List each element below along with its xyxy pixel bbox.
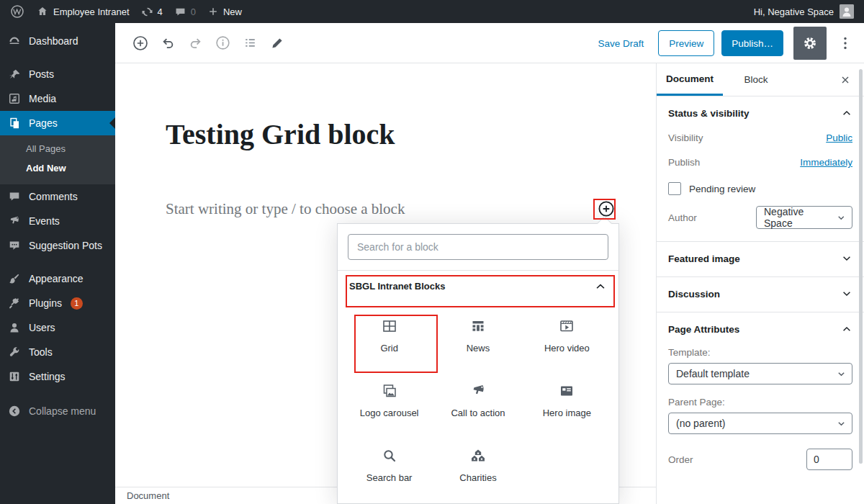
- panel-discussion-header[interactable]: Discussion: [668, 288, 852, 300]
- sidebar-item-comments[interactable]: Comments: [0, 184, 115, 209]
- more-tools-button[interactable]: [835, 32, 855, 54]
- visibility-value-link[interactable]: Public: [826, 132, 852, 143]
- sidebar-item-posts[interactable]: Posts: [0, 62, 115, 86]
- sidebar-item-media[interactable]: Media: [0, 86, 115, 111]
- panel-status-header[interactable]: Status & visibility: [668, 107, 852, 119]
- block-category-sbgl[interactable]: SBGL Intranet Blocks: [338, 270, 618, 302]
- sidebar-item-label: Media: [29, 93, 56, 104]
- author-select[interactable]: Negative Space: [756, 206, 852, 229]
- user-greeting[interactable]: Hi, Negative Space: [754, 6, 834, 17]
- panel-title: Featured image: [668, 253, 740, 264]
- tab-block[interactable]: Block: [723, 63, 789, 96]
- publish-button[interactable]: Publish…: [721, 30, 783, 56]
- sidebar-item-pages[interactable]: Pages: [0, 111, 115, 135]
- sidebar-item-appearance[interactable]: Appearance: [0, 266, 115, 291]
- panel-title: Page Attributes: [668, 324, 739, 335]
- panel-page-attributes-header[interactable]: Page Attributes: [668, 323, 852, 335]
- template-select[interactable]: Default template: [668, 363, 852, 384]
- sidebar-subitem-all-pages[interactable]: All Pages: [0, 139, 115, 158]
- sliders-icon: [7, 370, 22, 383]
- comments-bubble-icon: [174, 6, 186, 18]
- admin-sidebar: Dashboard Posts Media Pages All Pages Ad…: [0, 23, 115, 504]
- sidebar-item-dashboard[interactable]: Dashboard: [0, 29, 115, 53]
- avatar[interactable]: [840, 4, 854, 19]
- block-inserter-popup: SBGL Intranet Blocks Grid News: [337, 223, 619, 504]
- plus-icon: [207, 6, 219, 17]
- block-option-logo-carousel[interactable]: Logo carousel: [345, 368, 433, 433]
- block-option-grid[interactable]: Grid: [345, 303, 433, 368]
- admin-bar-comments[interactable]: 0: [174, 6, 196, 18]
- settings-sidebar: Document Block Status & visibility Visib…: [656, 63, 864, 504]
- block-option-call-to-action[interactable]: Call to action: [433, 368, 522, 433]
- plug-icon: [7, 297, 22, 310]
- author-value: Negative Space: [764, 206, 832, 229]
- publish-label: Publish: [668, 157, 700, 168]
- edit-mode-button[interactable]: [270, 36, 284, 50]
- sidebar-subitem-add-new[interactable]: Add New: [0, 158, 115, 178]
- menu-separator: [0, 258, 115, 266]
- hero-image-block-icon: [558, 382, 575, 400]
- admin-bar-new[interactable]: New: [207, 6, 242, 17]
- chevron-down-icon: [841, 253, 852, 264]
- chevron-down-icon: [837, 370, 845, 378]
- sidebar-item-collapse-menu[interactable]: Collapse menu: [0, 399, 115, 423]
- tab-document[interactable]: Document: [657, 63, 723, 96]
- breadcrumb[interactable]: Document: [127, 490, 169, 501]
- block-option-charities[interactable]: Charities: [433, 433, 522, 498]
- chevron-down-icon: [837, 420, 845, 428]
- post-title-field[interactable]: Testing Grid block: [166, 118, 605, 151]
- preview-button[interactable]: Preview: [658, 30, 714, 56]
- author-label: Author: [668, 212, 697, 223]
- sidebar-item-label: Users: [29, 322, 55, 333]
- wordpress-logo-icon[interactable]: [10, 4, 24, 19]
- empty-paragraph-block[interactable]: Start writing or type / to choose a bloc…: [166, 200, 605, 218]
- order-input[interactable]: [806, 449, 852, 470]
- admin-bar-updates[interactable]: 4: [141, 6, 163, 18]
- close-sidebar-button[interactable]: [834, 63, 857, 96]
- sidebar-item-tools[interactable]: Tools: [0, 340, 115, 364]
- order-label: Order: [668, 454, 693, 465]
- block-inserter-toggle[interactable]: [132, 35, 148, 51]
- block-search-input[interactable]: [348, 234, 608, 260]
- pending-review-checkbox[interactable]: [668, 182, 681, 195]
- redo-button[interactable]: [188, 35, 203, 50]
- publish-value-link[interactable]: Immediately: [800, 157, 852, 168]
- list-view-icon: [243, 35, 258, 50]
- undo-button[interactable]: [161, 35, 176, 50]
- sidebar-item-plugins[interactable]: Plugins 1: [0, 291, 115, 315]
- chevron-down-icon: [837, 214, 845, 222]
- sidebar-item-settings[interactable]: Settings: [0, 364, 115, 389]
- block-option-hero-video[interactable]: Hero video: [523, 303, 611, 368]
- settings-toggle-button[interactable]: [793, 27, 827, 60]
- circled-plus-icon: [598, 200, 615, 217]
- block-option-search-bar[interactable]: Search bar: [345, 433, 433, 498]
- chat-dots-icon: [7, 239, 22, 252]
- sidebar-item-users[interactable]: Users: [0, 315, 115, 340]
- content-structure-button[interactable]: [215, 35, 230, 50]
- comments-icon: [7, 190, 22, 203]
- pencil-icon: [270, 36, 284, 50]
- panel-discussion: Discussion: [657, 277, 864, 312]
- plugins-update-badge: 1: [71, 297, 83, 310]
- search-bar-block-icon: [381, 447, 398, 464]
- sidebar-item-events[interactable]: Events: [0, 209, 115, 233]
- sidebar-scrollbar[interactable]: [859, 69, 863, 464]
- paragraph-placeholder[interactable]: Start writing or type / to choose a bloc…: [166, 200, 405, 218]
- sidebar-item-suggestion-pots[interactable]: Suggestion Pots: [0, 233, 115, 258]
- save-draft-button[interactable]: Save Draft: [598, 38, 644, 49]
- admin-bar-site-link[interactable]: Employee Intranet: [36, 5, 130, 18]
- pages-icon: [7, 117, 22, 130]
- sidebar-item-label: Settings: [29, 371, 66, 382]
- block-option-news[interactable]: News: [433, 303, 522, 368]
- block-option-hero-image[interactable]: Hero image: [523, 368, 611, 433]
- add-block-button[interactable]: [598, 200, 615, 217]
- hero-video-block-icon: [558, 318, 575, 335]
- sidebar-item-label: Plugins: [29, 297, 62, 309]
- block-navigation-button[interactable]: [243, 35, 258, 50]
- parent-page-value: (no parent): [676, 418, 725, 429]
- panel-featured-image-header[interactable]: Featured image: [668, 253, 852, 264]
- sidebar-item-label: Tools: [29, 346, 53, 358]
- editor-toolbar: Save Draft Preview Publish…: [115, 23, 864, 63]
- parent-page-select[interactable]: (no parent): [668, 413, 852, 434]
- grid-block-icon: [381, 318, 398, 335]
